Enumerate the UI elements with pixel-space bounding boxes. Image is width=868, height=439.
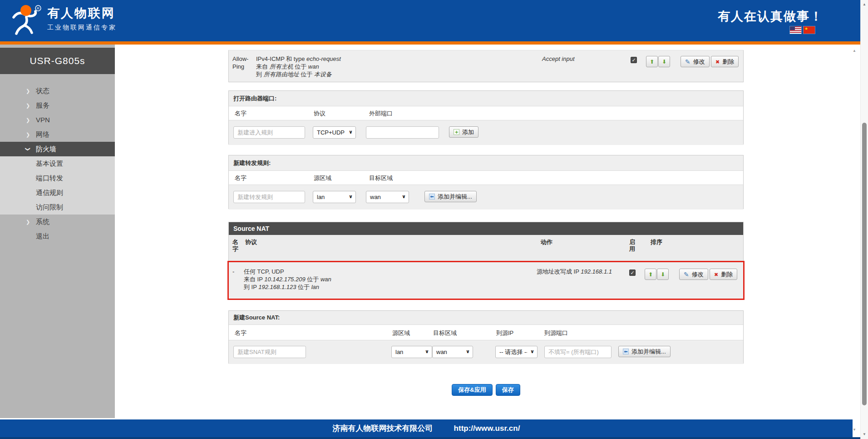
save-button[interactable]: 保存 xyxy=(496,384,520,396)
input-row: TCP+UDP ∨ ＋ 添加 xyxy=(229,120,743,145)
scroll-up-arrow-icon[interactable]: ▲ xyxy=(861,2,868,6)
language-flags: ★ xyxy=(790,26,815,34)
footer-url[interactable]: http://www.usr.cn/ xyxy=(454,424,520,433)
content-scroll-up-icon[interactable]: ▲ xyxy=(853,49,856,53)
delete-button[interactable]: ✖ 删除 xyxy=(710,269,737,280)
rule-action: Accept input xyxy=(542,55,575,62)
sidebar-item-access-limit[interactable]: 访问限制 xyxy=(0,200,115,215)
move-up-button[interactable]: ⬆ xyxy=(646,56,658,67)
source-nat-section: Source NAT 名字 协议 动作 启用 排序 - 任何 TCP, UDP … xyxy=(228,222,744,299)
chevron-right-icon: ❯ xyxy=(26,98,30,113)
delete-icon: ✖ xyxy=(715,59,720,65)
input-row: lan ∨ wan ∨ ⬅ 添加并编辑... xyxy=(229,185,743,210)
svg-text:R: R xyxy=(37,6,39,10)
add-and-edit-button[interactable]: ⬅ 添加并编辑... xyxy=(618,346,671,357)
cn-flag-icon[interactable]: ★ xyxy=(804,26,815,34)
us-flag-icon[interactable] xyxy=(790,26,801,34)
col-to-source-port: 到源端口 xyxy=(544,329,568,337)
scrollbar-thumb[interactable] xyxy=(862,123,867,405)
src-zone-select-wrap: lan ∨ xyxy=(313,191,356,203)
content-scroll-down-icon[interactable]: ▼ xyxy=(853,428,856,432)
src-zone-select[interactable]: lan xyxy=(313,191,356,203)
edit-icon: ✎ xyxy=(685,59,690,65)
add-icon: ＋ xyxy=(454,129,459,135)
section-title: 新建Source NAT: xyxy=(229,311,743,325)
section-title: 打开路由器端口: xyxy=(229,91,743,106)
delete-button[interactable]: ✖ 删除 xyxy=(711,56,739,67)
header-slogan: 有人在认真做事！ xyxy=(718,8,823,25)
new-forward-name-input[interactable] xyxy=(233,191,305,203)
col-name: 名字 xyxy=(235,174,247,182)
usr-logo-icon: R xyxy=(9,4,44,38)
col-name: 名字 xyxy=(235,110,247,118)
sidebar-item-basic-settings[interactable]: 基本设置 xyxy=(0,156,115,171)
protocol-select[interactable]: TCP+UDP xyxy=(313,126,356,139)
save-apply-button[interactable]: 保存&应用 xyxy=(452,384,492,396)
new-rule-name-input[interactable] xyxy=(233,126,305,139)
brand-title: 有人物联网 xyxy=(47,6,117,20)
col-to-source-ip: 到源IP xyxy=(496,329,513,337)
move-down-button[interactable]: ⬇ xyxy=(657,269,669,280)
sidebar-item-network[interactable]: ❯ 网络 xyxy=(0,127,115,142)
sidebar-item-vpn[interactable]: ❯ VPN xyxy=(0,113,115,127)
add-and-edit-button[interactable]: ⬅ 添加并编辑... xyxy=(424,191,477,202)
sidebar-item-port-forward[interactable]: 端口转发 xyxy=(0,171,115,185)
chevron-right-icon: ❯ xyxy=(26,215,30,229)
src-zone-select[interactable]: lan xyxy=(391,346,432,358)
footer-bar: 济南有人物联网技术有限公司 http://www.usr.cn/ xyxy=(0,419,853,437)
edit-icon: ✎ xyxy=(684,271,689,278)
col-dst-zone: 目标区域 xyxy=(433,329,457,337)
col-sort: 排序 xyxy=(651,239,662,245)
col-src-zone: 源区域 xyxy=(392,329,410,337)
col-protocol: 协议 xyxy=(314,110,326,118)
brand-block: 有人物联网 工业物联网通信专家 xyxy=(47,6,117,32)
enable-checkbox[interactable]: ✓ xyxy=(629,269,636,276)
sidebar-item-system[interactable]: ❯ 系统 xyxy=(0,215,115,229)
column-headers: 名字 源区域 目标区域 xyxy=(229,171,743,185)
enable-checkbox[interactable]: ✓ xyxy=(631,57,637,63)
sidebar: USR-G805s ❯ 状态 ❯ 服务 ❯ VPN ❯ 网络 ❯ 防火墙 xyxy=(0,45,115,418)
edit-button[interactable]: ✎ 修改 xyxy=(679,269,708,280)
sidebar-item-services[interactable]: ❯ 服务 xyxy=(0,98,115,113)
add-button[interactable]: ＋ 添加 xyxy=(449,126,478,138)
router-admin-page: R 有人物联网 工业物联网通信专家 有人在认真做事！ ★ USR-G805s ❯… xyxy=(0,0,868,439)
dst-zone-select[interactable]: wan xyxy=(366,191,409,203)
add-edit-icon: ⬅ xyxy=(429,194,435,200)
col-protocol: 协议 xyxy=(245,239,257,245)
save-bar: 保存&应用 保存 xyxy=(228,384,744,396)
open-ports-section: 打开路由器端口: 名字 协议 外部端口 TCP+UDP ∨ ＋ 添加 xyxy=(228,90,744,145)
to-source-ip-select[interactable]: -- 请选择 -- xyxy=(495,346,538,358)
to-source-port-input[interactable] xyxy=(544,346,612,358)
col-action: 动作 xyxy=(541,239,552,245)
column-headers: 名字 协议 外部端口 xyxy=(229,106,743,120)
chevron-right-icon: ❯ xyxy=(26,127,30,142)
col-src-zone: 源区域 xyxy=(314,174,331,182)
edit-button[interactable]: ✎ 修改 xyxy=(681,56,710,67)
traffic-rule-row: Allow-Ping IPv4-ICMP 和 type echo-request… xyxy=(228,50,744,82)
sidebar-item-logout[interactable]: 退出 xyxy=(0,229,115,244)
brand-subtitle: 工业物联网通信专家 xyxy=(47,24,117,32)
external-port-input[interactable] xyxy=(366,126,439,139)
new-snat-section: 新建Source NAT: 名字 源区域 目标区域 到源IP 到源端口 lan … xyxy=(228,310,744,364)
rule-action: 源地址改写成 IP 192.168.1.1 xyxy=(537,268,612,275)
input-row: lan ∨ wan ∨ -- 请选择 -- ∨ ⬅ 添加并编辑... xyxy=(229,340,743,364)
dst-zone-select[interactable]: wan xyxy=(432,346,473,358)
rule-name: - xyxy=(232,268,234,275)
move-up-button[interactable]: ⬆ xyxy=(645,269,656,280)
move-down-button[interactable]: ⬇ xyxy=(658,56,670,67)
sidebar-nav: ❯ 状态 ❯ 服务 ❯ VPN ❯ 网络 ❯ 防火墙 基本设置 xyxy=(0,84,115,244)
firewall-submenu: 基本设置 端口转发 通信规则 访问限制 xyxy=(0,156,115,215)
sidebar-item-status[interactable]: ❯ 状态 xyxy=(0,84,115,98)
add-edit-icon: ⬅ xyxy=(623,349,629,354)
new-snat-name-input[interactable] xyxy=(233,346,306,358)
scroll-down-arrow-icon[interactable]: ▼ xyxy=(861,432,868,436)
chevron-down-icon: ❯ xyxy=(21,147,35,151)
orange-accent-bar xyxy=(0,41,860,45)
footer-company: 济南有人物联网技术有限公司 xyxy=(333,423,433,434)
sidebar-item-traffic-rules[interactable]: 通信规则 xyxy=(0,185,115,200)
rule-description: 任何 TCP, UDP 来自 IP 10.142.175.209 位于 wan … xyxy=(244,268,498,291)
vertical-scrollbar[interactable]: ▲ ▼ xyxy=(860,0,868,439)
col-name: 名字 xyxy=(232,239,241,252)
sidebar-item-firewall[interactable]: ❯ 防火墙 xyxy=(0,142,115,156)
top-header: R 有人物联网 工业物联网通信专家 有人在认真做事！ ★ xyxy=(0,0,860,41)
